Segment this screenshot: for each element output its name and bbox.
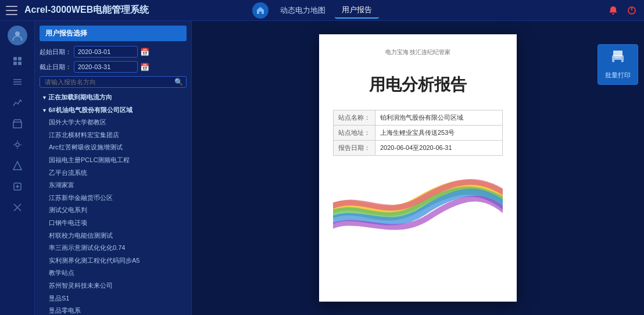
- list-item[interactable]: 乙平台流系统: [40, 167, 187, 180]
- sidebar-icon-1[interactable]: [7, 52, 28, 70]
- svg-rect-11: [614, 60, 621, 65]
- print-panel[interactable]: 批量打印: [598, 44, 638, 85]
- doc-table-value: 2020-06-04至2020-06-31: [375, 141, 503, 156]
- document-preview: 电力宝海 技汇连纪纪管家 用电分析报告 站点名称：铂利润泡气股份有限公司区域站点…: [319, 34, 517, 302]
- sidebar-icon-3[interactable]: [7, 94, 28, 112]
- right-content: 电力宝海 技汇连纪纪管家 用电分析报告 站点名称：铂利润泡气股份有限公司区域站点…: [192, 21, 644, 315]
- notification-icon[interactable]: [607, 4, 620, 17]
- sidebar-icon-8[interactable]: [7, 199, 28, 216]
- list-item[interactable]: 6#机油电气股份有限公司区域: [40, 104, 187, 117]
- sidebar-icon-6[interactable]: [7, 157, 28, 174]
- print-label: 批量打印: [605, 71, 631, 80]
- sidebar-icon-2[interactable]: [7, 73, 28, 91]
- icon-sidebar: [0, 21, 35, 315]
- end-date-input[interactable]: [74, 61, 138, 73]
- list-item[interactable]: 江苏新华金融货币公区: [40, 192, 187, 205]
- start-date-label: 起始日期：: [40, 48, 71, 56]
- list-item[interactable]: 垦品零电系: [40, 305, 187, 315]
- search-input[interactable]: [40, 76, 187, 88]
- svg-rect-5: [13, 62, 17, 65]
- list-item[interactable]: 测试父电系判: [40, 204, 187, 217]
- nav-item-report[interactable]: 用户报告: [335, 2, 379, 19]
- nav-bar: 动态电力地图 用户报告: [273, 2, 379, 19]
- doc-wave-decoration: [333, 167, 503, 288]
- svg-rect-3: [13, 57, 17, 60]
- search-icon[interactable]: 🔍: [174, 78, 183, 86]
- list-item[interactable]: 江苏北横材料宏宝集团店: [40, 129, 187, 142]
- nav-item-map[interactable]: 动态电力地图: [273, 3, 332, 18]
- user-avatar[interactable]: [8, 26, 27, 45]
- hamburger-menu-icon[interactable]: [6, 6, 17, 15]
- list-item[interactable]: 村联校力电能信测测试: [40, 230, 187, 242]
- svg-rect-6: [18, 62, 22, 65]
- doc-table-label: 报告日期：: [334, 141, 375, 156]
- doc-table-label: 站点名称：: [334, 110, 375, 126]
- app-title: Acrel-3000WEB电能管理系统: [24, 4, 252, 16]
- main-layout: 用户报告选择 起始日期： 📅 截止日期： 📅 🔍 正在加载到期电流方向6#机油电…: [0, 21, 644, 315]
- panel-title: 用户报告选择: [40, 26, 187, 41]
- start-calendar-icon[interactable]: 📅: [140, 48, 149, 56]
- doc-watermark: 电力宝海 技汇连纪纪管家: [333, 48, 503, 56]
- list-item[interactable]: Arc红苦树吸收设施增测试: [40, 141, 187, 154]
- list-item[interactable]: 教学站点: [40, 267, 187, 280]
- start-date-input[interactable]: [74, 46, 138, 58]
- list-item[interactable]: 实利测界化测工程化代码同步A5: [40, 255, 187, 267]
- list-item[interactable]: 口钢牛电迁项: [40, 217, 187, 230]
- end-date-label: 截止日期：: [40, 63, 71, 71]
- report-tree-list: 正在加载到期电流方向6#机油电气股份有限公司区域国外大学大学都教区江苏北横材料宏…: [40, 91, 187, 315]
- svg-rect-12: [614, 57, 621, 58]
- list-item[interactable]: 国外大学大学都教区: [40, 116, 187, 129]
- start-date-row: 起始日期： 📅: [40, 46, 187, 58]
- list-item[interactable]: 正在加载到期电流方向: [40, 91, 187, 104]
- end-date-row: 截止日期： 📅: [40, 61, 187, 73]
- doc-table-value: 上海生鲤业宝具传送253号: [375, 126, 503, 141]
- list-item[interactable]: 率三画示意测试化化化0.74: [40, 242, 187, 255]
- left-panel: 用户报告选择 起始日期： 📅 截止日期： 📅 🔍 正在加载到期电流方向6#机油电…: [35, 21, 192, 315]
- sidebar-icon-7[interactable]: [7, 178, 28, 195]
- svg-rect-4: [18, 57, 22, 60]
- doc-info-table: 站点名称：铂利润泡气股份有限公司区域站点地址：上海生鲤业宝具传送253号报告日期…: [333, 110, 503, 156]
- topbar: Acrel-3000WEB电能管理系统 动态电力地图 用户报告: [0, 0, 644, 21]
- list-item[interactable]: 东湖家富: [40, 179, 187, 192]
- doc-title: 用电分析报告: [333, 74, 503, 96]
- end-calendar-icon[interactable]: 📅: [140, 63, 149, 71]
- list-item[interactable]: 垦品S1: [40, 292, 187, 305]
- print-icon: [610, 49, 626, 69]
- list-item[interactable]: 国福电主册PCLC测频电工程: [40, 154, 187, 167]
- search-row: 🔍: [40, 76, 187, 88]
- svg-point-7: [16, 143, 19, 146]
- svg-point-2: [15, 31, 20, 36]
- sidebar-icon-4[interactable]: [7, 115, 28, 133]
- power-icon[interactable]: [625, 4, 638, 17]
- doc-table-label: 站点地址：: [334, 126, 375, 141]
- list-item[interactable]: 苏州智灵科技未来公司: [40, 280, 187, 292]
- sidebar-icon-5[interactable]: [7, 136, 28, 153]
- doc-table-value: 铂利润泡气股份有限公司区域: [375, 110, 503, 126]
- home-button[interactable]: [252, 2, 269, 19]
- topbar-right: [607, 4, 638, 17]
